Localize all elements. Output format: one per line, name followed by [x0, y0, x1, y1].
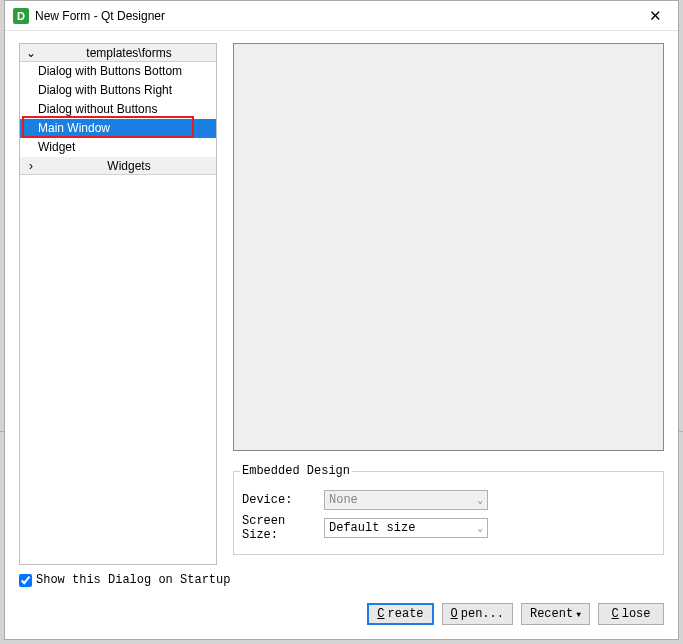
create-button[interactable]: Create [367, 603, 433, 625]
screen-size-value: Default size [329, 521, 478, 535]
tree-section-label: templates\forms [42, 46, 216, 60]
chevron-down-icon: ⌄ [478, 495, 483, 506]
new-form-dialog: D New Form - Qt Designer ✕ ⌄ templates\f… [4, 0, 679, 640]
tree-section-templates[interactable]: ⌄ templates\forms [20, 44, 216, 62]
app-icon: D [13, 8, 29, 24]
tree-item[interactable]: Dialog with Buttons Bottom [20, 62, 216, 81]
embedded-design-group: Embedded Design Device: None ⌄ Screen Si… [233, 471, 664, 555]
tree-item[interactable]: Dialog with Buttons Right [20, 81, 216, 100]
device-row: Device: None ⌄ [242, 490, 655, 510]
tree-items-templates: Dialog with Buttons Bottom Dialog with B… [20, 62, 216, 157]
tree-section-widgets[interactable]: › Widgets [20, 157, 216, 175]
group-legend: Embedded Design [240, 464, 352, 478]
device-combo[interactable]: None ⌄ [324, 490, 488, 510]
tree-item[interactable]: Dialog without Buttons [20, 100, 216, 119]
open-button[interactable]: Open... [442, 603, 513, 625]
tree-item[interactable]: Main Window [20, 119, 216, 138]
dialog-footer: Show this Dialog on Startup Create Open.… [5, 565, 678, 639]
chevron-down-icon: ⌄ [478, 523, 483, 534]
chevron-down-icon: ⌄ [20, 46, 42, 60]
dialog-body: ⌄ templates\forms Dialog with Buttons Bo… [5, 31, 678, 565]
chevron-right-icon: › [20, 159, 42, 173]
tree-item[interactable]: Widget [20, 138, 216, 157]
tree-section-label: Widgets [42, 159, 216, 173]
window-title: New Form - Qt Designer [35, 9, 633, 23]
form-preview [233, 43, 664, 451]
chevron-down-icon: ▼ [576, 610, 581, 619]
screen-size-row: Screen Size: Default size ⌄ [242, 514, 655, 542]
show-on-startup-label: Show this Dialog on Startup [36, 573, 230, 587]
device-label: Device: [242, 493, 324, 507]
show-on-startup-input[interactable] [19, 574, 32, 587]
close-icon[interactable]: ✕ [633, 1, 678, 31]
template-tree: ⌄ templates\forms Dialog with Buttons Bo… [19, 43, 217, 565]
recent-button[interactable]: Recent▼ [521, 603, 590, 625]
device-value: None [329, 493, 478, 507]
titlebar: D New Form - Qt Designer ✕ [5, 1, 678, 31]
show-on-startup-checkbox[interactable]: Show this Dialog on Startup [19, 573, 664, 587]
right-panel: Embedded Design Device: None ⌄ Screen Si… [233, 43, 664, 565]
screen-size-label: Screen Size: [242, 514, 324, 542]
close-button[interactable]: Close [598, 603, 664, 625]
screen-size-combo[interactable]: Default size ⌄ [324, 518, 488, 538]
button-row: Create Open... Recent▼ Close [19, 603, 664, 625]
